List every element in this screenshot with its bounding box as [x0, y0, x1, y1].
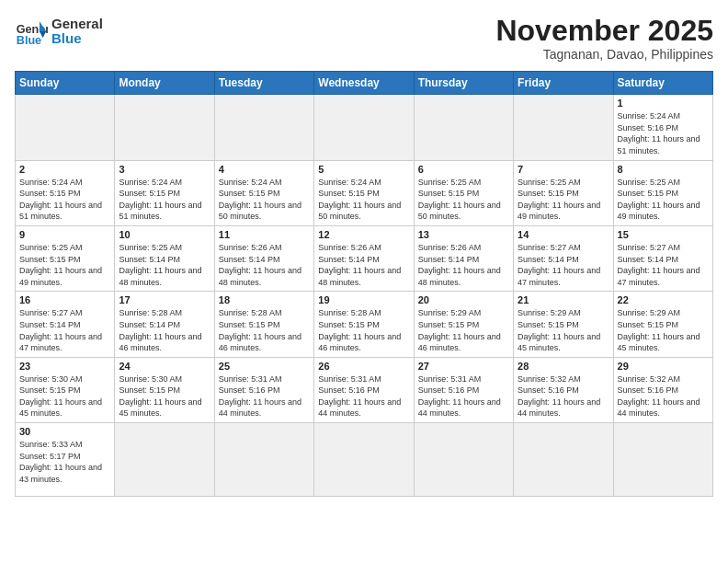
day-number: 3	[119, 164, 210, 175]
calendar-cell	[16, 95, 115, 160]
day-number: 8	[618, 164, 709, 175]
calendar-cell: 29Sunrise: 5:32 AMSunset: 5:16 PMDayligh…	[613, 357, 712, 422]
weekday-header-sunday: Sunday	[16, 72, 115, 95]
day-number: 5	[318, 164, 409, 175]
week-row-3: 9Sunrise: 5:25 AMSunset: 5:15 PMDaylight…	[16, 225, 713, 291]
day-info: Sunrise: 5:24 AMSunset: 5:15 PMDaylight:…	[119, 177, 210, 223]
day-info: Sunrise: 5:27 AMSunset: 5:14 PMDaylight:…	[518, 242, 609, 288]
title-block: November 2025 Tagnanan, Davao, Philippin…	[495, 15, 713, 62]
calendar-cell: 11Sunrise: 5:26 AMSunset: 5:14 PMDayligh…	[214, 225, 313, 291]
day-number: 15	[618, 229, 709, 240]
day-number: 28	[518, 361, 609, 372]
day-number: 22	[618, 294, 709, 305]
week-row-4: 16Sunrise: 5:27 AMSunset: 5:14 PMDayligh…	[16, 292, 713, 357]
location-subtitle: Tagnanan, Davao, Philippines	[495, 47, 713, 62]
calendar-cell	[314, 95, 414, 160]
day-number: 9	[19, 229, 110, 240]
day-info: Sunrise: 5:26 AMSunset: 5:14 PMDaylight:…	[318, 242, 409, 288]
week-row-6: 30Sunrise: 5:33 AMSunset: 5:17 PMDayligh…	[16, 423, 713, 497]
calendar-cell: 23Sunrise: 5:30 AMSunset: 5:15 PMDayligh…	[16, 357, 115, 422]
calendar-cell	[214, 95, 313, 160]
logo-blue-text: Blue	[51, 31, 103, 47]
calendar-cell	[514, 423, 613, 497]
calendar-cell: 18Sunrise: 5:28 AMSunset: 5:15 PMDayligh…	[214, 292, 313, 357]
day-number: 21	[518, 294, 609, 305]
day-number: 2	[19, 164, 110, 175]
day-info: Sunrise: 5:26 AMSunset: 5:14 PMDaylight:…	[219, 242, 310, 288]
day-number: 11	[219, 229, 310, 240]
day-info: Sunrise: 5:32 AMSunset: 5:16 PMDaylight:…	[618, 373, 709, 419]
weekday-header-wednesday: Wednesday	[314, 72, 414, 95]
calendar-cell: 25Sunrise: 5:31 AMSunset: 5:16 PMDayligh…	[214, 357, 313, 422]
calendar-cell: 2Sunrise: 5:24 AMSunset: 5:15 PMDaylight…	[16, 160, 115, 225]
day-number: 12	[318, 229, 409, 240]
weekday-header-monday: Monday	[115, 72, 214, 95]
day-number: 6	[418, 164, 509, 175]
day-info: Sunrise: 5:24 AMSunset: 5:15 PMDaylight:…	[318, 177, 409, 223]
day-info: Sunrise: 5:31 AMSunset: 5:16 PMDaylight:…	[318, 373, 409, 419]
calendar-cell: 15Sunrise: 5:27 AMSunset: 5:14 PMDayligh…	[613, 225, 712, 291]
calendar-cell: 1Sunrise: 5:24 AMSunset: 5:16 PMDaylight…	[613, 95, 712, 160]
calendar-cell	[414, 95, 513, 160]
day-number: 27	[418, 361, 509, 372]
day-info: Sunrise: 5:25 AMSunset: 5:15 PMDaylight:…	[19, 242, 110, 288]
calendar-cell: 4Sunrise: 5:24 AMSunset: 5:15 PMDaylight…	[214, 160, 313, 225]
weekday-header-thursday: Thursday	[414, 72, 513, 95]
calendar-body: 1Sunrise: 5:24 AMSunset: 5:16 PMDaylight…	[16, 95, 713, 497]
day-info: Sunrise: 5:25 AMSunset: 5:15 PMDaylight:…	[518, 177, 609, 223]
calendar-cell: 27Sunrise: 5:31 AMSunset: 5:16 PMDayligh…	[414, 357, 513, 422]
day-info: Sunrise: 5:28 AMSunset: 5:15 PMDaylight:…	[318, 307, 409, 353]
calendar-cell	[115, 95, 214, 160]
svg-text:Blue: Blue	[17, 34, 41, 47]
page-header: General Blue General Blue November 2025 …	[15, 15, 713, 62]
day-number: 24	[119, 361, 210, 372]
calendar-cell	[214, 423, 313, 497]
calendar-cell: 7Sunrise: 5:25 AMSunset: 5:15 PMDaylight…	[514, 160, 613, 225]
day-info: Sunrise: 5:29 AMSunset: 5:15 PMDaylight:…	[618, 307, 709, 353]
day-info: Sunrise: 5:26 AMSunset: 5:14 PMDaylight:…	[418, 242, 509, 288]
calendar-cell	[115, 423, 214, 497]
day-number: 26	[318, 361, 409, 372]
day-info: Sunrise: 5:27 AMSunset: 5:14 PMDaylight:…	[618, 242, 709, 288]
calendar-cell: 17Sunrise: 5:28 AMSunset: 5:14 PMDayligh…	[115, 292, 214, 357]
day-info: Sunrise: 5:25 AMSunset: 5:15 PMDaylight:…	[618, 177, 709, 223]
calendar-cell: 12Sunrise: 5:26 AMSunset: 5:14 PMDayligh…	[314, 225, 414, 291]
weekday-header-friday: Friday	[514, 72, 613, 95]
weekday-header-tuesday: Tuesday	[214, 72, 313, 95]
day-number: 19	[318, 294, 409, 305]
day-info: Sunrise: 5:28 AMSunset: 5:15 PMDaylight:…	[219, 307, 310, 353]
day-number: 13	[418, 229, 509, 240]
calendar-cell: 28Sunrise: 5:32 AMSunset: 5:16 PMDayligh…	[514, 357, 613, 422]
day-info: Sunrise: 5:28 AMSunset: 5:14 PMDaylight:…	[119, 307, 210, 353]
day-info: Sunrise: 5:24 AMSunset: 5:16 PMDaylight:…	[618, 110, 709, 156]
calendar-cell: 3Sunrise: 5:24 AMSunset: 5:15 PMDaylight…	[115, 160, 214, 225]
day-info: Sunrise: 5:33 AMSunset: 5:17 PMDaylight:…	[19, 439, 110, 485]
day-number: 18	[219, 294, 310, 305]
calendar-cell: 9Sunrise: 5:25 AMSunset: 5:15 PMDaylight…	[16, 225, 115, 291]
calendar-cell: 20Sunrise: 5:29 AMSunset: 5:15 PMDayligh…	[414, 292, 513, 357]
calendar-cell	[414, 423, 513, 497]
calendar-cell: 21Sunrise: 5:29 AMSunset: 5:15 PMDayligh…	[514, 292, 613, 357]
calendar-cell: 14Sunrise: 5:27 AMSunset: 5:14 PMDayligh…	[514, 225, 613, 291]
weekday-header-saturday: Saturday	[613, 72, 712, 95]
calendar-cell: 24Sunrise: 5:30 AMSunset: 5:15 PMDayligh…	[115, 357, 214, 422]
day-info: Sunrise: 5:30 AMSunset: 5:15 PMDaylight:…	[19, 373, 110, 419]
calendar-cell: 13Sunrise: 5:26 AMSunset: 5:14 PMDayligh…	[414, 225, 513, 291]
day-info: Sunrise: 5:25 AMSunset: 5:14 PMDaylight:…	[119, 242, 210, 288]
day-number: 10	[119, 229, 210, 240]
calendar-cell: 22Sunrise: 5:29 AMSunset: 5:15 PMDayligh…	[613, 292, 712, 357]
day-info: Sunrise: 5:32 AMSunset: 5:16 PMDaylight:…	[518, 373, 609, 419]
day-info: Sunrise: 5:24 AMSunset: 5:15 PMDaylight:…	[219, 177, 310, 223]
calendar-cell: 26Sunrise: 5:31 AMSunset: 5:16 PMDayligh…	[314, 357, 414, 422]
day-info: Sunrise: 5:31 AMSunset: 5:16 PMDaylight:…	[418, 373, 509, 419]
calendar-cell: 19Sunrise: 5:28 AMSunset: 5:15 PMDayligh…	[314, 292, 414, 357]
calendar-cell: 16Sunrise: 5:27 AMSunset: 5:14 PMDayligh…	[16, 292, 115, 357]
day-number: 1	[618, 98, 709, 109]
week-row-2: 2Sunrise: 5:24 AMSunset: 5:15 PMDaylight…	[16, 160, 713, 225]
day-info: Sunrise: 5:31 AMSunset: 5:16 PMDaylight:…	[219, 373, 310, 419]
day-number: 14	[518, 229, 609, 240]
logo-general-text: General	[51, 17, 103, 32]
weekday-header-row: SundayMondayTuesdayWednesdayThursdayFrid…	[16, 72, 713, 95]
day-info: Sunrise: 5:24 AMSunset: 5:15 PMDaylight:…	[19, 177, 110, 223]
calendar-cell: 10Sunrise: 5:25 AMSunset: 5:14 PMDayligh…	[115, 225, 214, 291]
